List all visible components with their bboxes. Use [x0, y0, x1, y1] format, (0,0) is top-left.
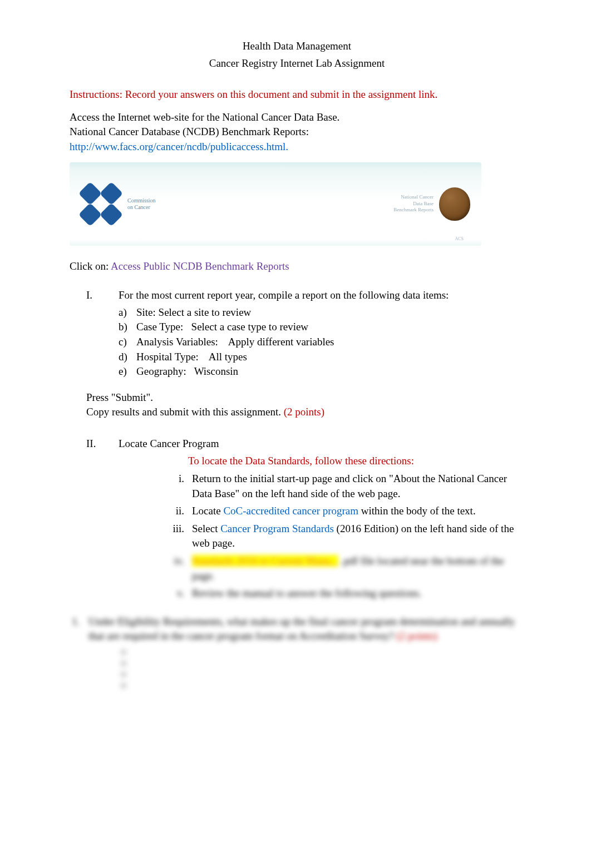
- section-i-intro: For the most current report year, compil…: [119, 289, 449, 301]
- step-v-text: Review the manual to answer the followin…: [192, 587, 422, 599]
- step-i-num: i.: [162, 472, 184, 487]
- press-submit: Press "Submit".: [86, 390, 524, 405]
- item-c-val: Apply different variables: [228, 336, 334, 348]
- logo-text-1: Commission: [127, 197, 156, 204]
- copy-results: Copy results and submit with this assign…: [86, 406, 284, 418]
- bullet-icon: [122, 662, 125, 665]
- acs-seal-icon: [439, 187, 470, 221]
- ncdb-url-link[interactable]: http://www.facs.org/cancer/ncdb/publicac…: [70, 141, 288, 152]
- cancer-program-standards-link[interactable]: Cancer Program Standards: [220, 523, 334, 534]
- copy-points: (2 points): [284, 406, 324, 418]
- access-line-2: National Cancer Database (NCDB) Benchmar…: [70, 125, 524, 140]
- step-iii: iii. Select Cancer Program Standards (20…: [162, 522, 524, 551]
- step-iii-text-1: Select: [192, 523, 220, 534]
- bullet-icon: [122, 651, 125, 654]
- q1-points: (2 points): [396, 630, 437, 642]
- coc-logo-icon: [81, 184, 121, 224]
- step-ii-num: ii.: [162, 504, 184, 519]
- item-b-letter: b): [119, 320, 127, 335]
- step-i: i. Return to the initial start-up page a…: [162, 472, 524, 501]
- logo-text-2: on Cancer: [127, 204, 156, 211]
- section-ii-number: II.: [86, 437, 103, 452]
- click-on-label: Click on:: [70, 260, 111, 272]
- doc-title: Health Data Management: [70, 39, 524, 54]
- item-b-key: Case Type:: [136, 321, 183, 333]
- doc-subtitle: Cancer Registry Internet Lab Assignment: [70, 56, 524, 71]
- step-v: v. Review the manual to answer the follo…: [162, 586, 524, 601]
- step-i-text: Return to the initial start-up page and …: [192, 473, 507, 499]
- item-a-key: Site:: [136, 306, 156, 318]
- banner-image: Commission on Cancer National Cancer Dat…: [70, 162, 524, 246]
- item-e-key: Geography:: [136, 365, 186, 377]
- step-iv: iv. Standards 2016 to Current Manu... .p…: [162, 554, 524, 583]
- banner-right-line-1: National Cancer: [393, 194, 434, 201]
- q1-answer-bullets: [122, 648, 524, 693]
- section-i-number: I.: [86, 288, 103, 303]
- step-iii-num: iii.: [162, 522, 184, 537]
- click-on-row: Click on: Access Public NCDB Benchmark R…: [70, 259, 524, 274]
- item-b: b) Case Type: Select a case type to revi…: [119, 320, 524, 335]
- step-v-num: v.: [162, 586, 184, 601]
- step-ii-text-1: Locate: [192, 505, 223, 517]
- bullet-icon: [122, 673, 125, 676]
- section-ii: II. Locate Cancer Program To locate the …: [86, 437, 524, 601]
- section-ii-red-note: To locate the Data Standards, follow the…: [188, 454, 524, 469]
- bullet-icon: [122, 684, 125, 687]
- item-e-letter: e): [119, 364, 127, 379]
- item-d-val: All types: [209, 351, 247, 363]
- item-a: a) Site: Select a site to review: [119, 305, 524, 320]
- item-a-letter: a): [119, 305, 127, 320]
- coc-logo: Commission on Cancer: [81, 184, 156, 224]
- q1-text: Under Eligibility Requirements, what mak…: [88, 616, 515, 642]
- coc-accredited-link[interactable]: CoC-accredited cancer program: [223, 505, 358, 517]
- access-reports-link[interactable]: Access Public NCDB Benchmark Reports: [111, 260, 289, 272]
- item-d-letter: d): [119, 350, 127, 365]
- item-c-letter: c): [119, 335, 127, 350]
- step-ii-text-2: within the body of the text.: [358, 505, 476, 517]
- question-1: 1. Under Eligibility Requirements, what …: [70, 614, 524, 693]
- seal-label: ACS: [455, 236, 464, 242]
- step-iv-num: iv.: [162, 554, 184, 569]
- item-c-key: Analysis Variables:: [136, 336, 218, 348]
- step-ii: ii. Locate CoC-accredited cancer program…: [162, 504, 524, 519]
- section-i: I. For the most current report year, com…: [86, 288, 524, 379]
- banner-right-line-3: Benchmark Reports: [393, 207, 434, 214]
- banner-right-line-2: Data Base: [393, 201, 434, 207]
- item-b-val: Select a case type to review: [191, 321, 308, 333]
- item-d: d) Hospital Type: All types: [119, 350, 524, 365]
- item-c: c) Analysis Variables: Apply different v…: [119, 335, 524, 350]
- access-line-1: Access the Internet web-site for the Nat…: [70, 110, 524, 125]
- standards-pdf-link[interactable]: Standards 2016 to Current Manu...: [192, 555, 338, 567]
- item-e: e) Geography: Wisconsin: [119, 364, 524, 379]
- item-d-key: Hospital Type:: [136, 351, 199, 363]
- submit-instructions: Press "Submit". Copy results and submit …: [86, 390, 524, 420]
- instructions-text: Instructions: Record your answers on thi…: [70, 87, 524, 102]
- item-a-val: Select a site to review: [159, 306, 252, 318]
- access-block: Access the Internet web-site for the Nat…: [70, 110, 524, 155]
- q1-number: 1.: [72, 614, 80, 629]
- banner-right: National Cancer Data Base Benchmark Repo…: [393, 187, 470, 221]
- item-e-val: Wisconsin: [194, 365, 238, 377]
- section-ii-title: Locate Cancer Program: [119, 438, 219, 449]
